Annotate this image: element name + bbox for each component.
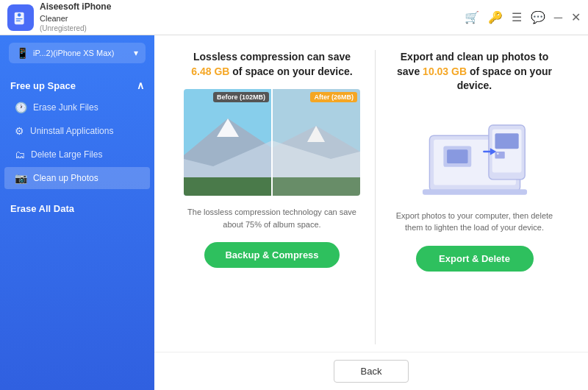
close-icon[interactable]: ✕ bbox=[571, 10, 581, 24]
window-controls[interactable]: 🛒 🔑 ☰ 💬 ─ ✕ bbox=[465, 10, 581, 24]
after-label: After (26MB) bbox=[310, 92, 357, 102]
title-bar: Aiseesoft iPhone Cleaner (Unregistered) … bbox=[0, 0, 588, 35]
sidebar-item-uninstall-apps[interactable]: ⚙ Uninstall Applications bbox=[4, 120, 150, 142]
cart-icon[interactable]: 🛒 bbox=[465, 10, 479, 24]
compress-panel-title: Lossless compression can save 6.48 GB of… bbox=[184, 50, 360, 79]
before-after-image: Before (102MB) bbox=[184, 89, 360, 196]
sidebar: 📱 iP...2)(iPhone XS Max) ▾ Free up Space… bbox=[0, 35, 154, 390]
content-area: Lossless compression can save 6.48 GB of… bbox=[154, 35, 588, 352]
before-image: Before (102MB) bbox=[184, 89, 272, 196]
free-up-space-section: Free up Space ∧ bbox=[0, 71, 154, 96]
svg-rect-2 bbox=[16, 18, 23, 18]
backup-compress-button[interactable]: Backup & Compress bbox=[204, 242, 339, 268]
export-panel-title: Export and clean up photos to save 10.03… bbox=[390, 50, 559, 93]
svg-rect-32 bbox=[422, 189, 526, 195]
photo-icon: 📷 bbox=[15, 172, 27, 184]
sidebar-item-erase-junk[interactable]: 🕐 Erase Junk Files bbox=[4, 96, 150, 118]
chevron-down-icon: ▾ bbox=[134, 48, 138, 58]
person-icon[interactable]: 🔑 bbox=[488, 10, 503, 24]
chat-icon[interactable]: 💬 bbox=[531, 10, 545, 24]
folder-icon: 🗂 bbox=[15, 149, 25, 160]
export-delete-button[interactable]: Export & Delete bbox=[416, 246, 534, 272]
bottom-bar: Back bbox=[154, 352, 588, 390]
app-body: 📱 iP...2)(iPhone XS Max) ▾ Free up Space… bbox=[0, 35, 588, 390]
device-selector[interactable]: 📱 iP...2)(iPhone XS Max) ▾ bbox=[9, 43, 146, 63]
app-name: Aiseesoft iPhone Cleaner (Unregistered) bbox=[40, 1, 465, 33]
export-description: Export photos to your computer, then del… bbox=[390, 210, 559, 234]
svg-rect-23 bbox=[272, 177, 360, 196]
collapse-icon[interactable]: ∧ bbox=[137, 79, 144, 91]
menu-icon[interactable]: ☰ bbox=[512, 10, 522, 24]
minimize-icon[interactable]: ─ bbox=[554, 11, 562, 24]
main-content: Lossless compression can save 6.48 GB of… bbox=[154, 35, 588, 390]
back-button[interactable]: Back bbox=[334, 360, 409, 383]
compress-panel: Lossless compression can save 6.48 GB of… bbox=[169, 50, 376, 344]
erase-all-data-section[interactable]: Erase All Data bbox=[0, 194, 154, 219]
svg-rect-37 bbox=[495, 152, 504, 158]
clock-icon: 🕐 bbox=[15, 102, 27, 113]
export-panel: Export and clean up photos to save 10.03… bbox=[376, 50, 573, 344]
before-label: Before (102MB) bbox=[213, 92, 269, 102]
gear-icon: ⚙ bbox=[15, 125, 24, 137]
svg-rect-3 bbox=[16, 20, 21, 21]
svg-rect-11 bbox=[184, 177, 272, 196]
phone-icon: 📱 bbox=[16, 47, 29, 59]
before-after-divider bbox=[271, 89, 273, 196]
compress-description: The lossless compression technology can … bbox=[184, 206, 360, 230]
svg-rect-35 bbox=[495, 134, 518, 149]
sidebar-item-delete-large[interactable]: 🗂 Delete Large Files bbox=[4, 143, 150, 166]
svg-point-38 bbox=[496, 153, 498, 155]
svg-point-1 bbox=[18, 13, 21, 17]
svg-rect-31 bbox=[447, 149, 467, 163]
device-illustration bbox=[409, 104, 541, 199]
app-logo bbox=[7, 4, 34, 31]
after-image: After (26MB) bbox=[272, 89, 360, 196]
sidebar-item-clean-photos[interactable]: 📷 Clean up Photos bbox=[4, 167, 150, 189]
